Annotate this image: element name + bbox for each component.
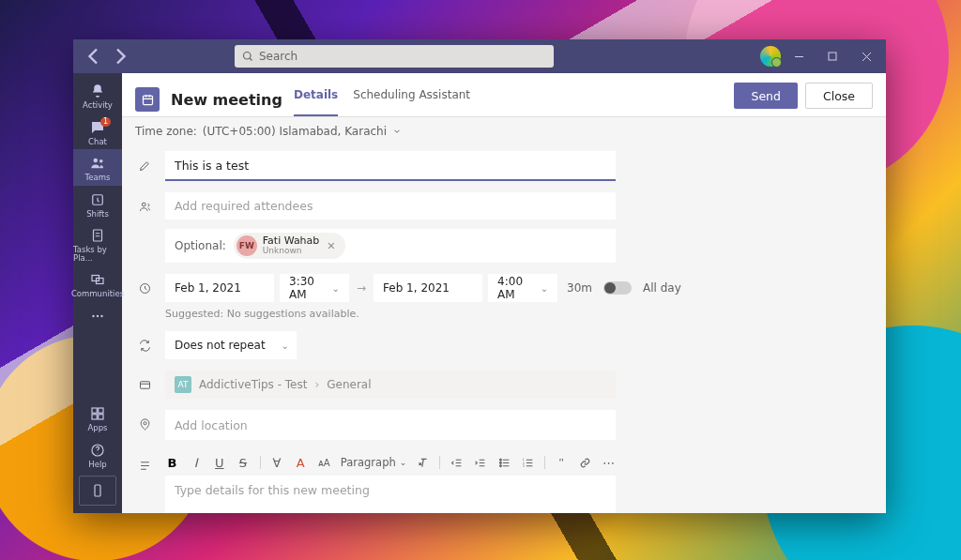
quote-button[interactable]: " <box>555 455 569 470</box>
paragraph-style-select[interactable]: Paragraph ⌄ <box>341 456 406 469</box>
timezone-row[interactable]: Time zone: (UTC+05:00) Islamabad, Karach… <box>122 117 886 145</box>
font-color-button[interactable]: A <box>294 456 308 470</box>
attendee-sub: Unknown <box>263 247 320 256</box>
timezone-value: (UTC+05:00) Islamabad, Karachi <box>203 125 387 138</box>
end-time-input[interactable]: 4:00 AM⌄ <box>488 274 557 302</box>
highlight-button[interactable]: ∀ <box>269 456 283 470</box>
apps-icon <box>89 405 106 422</box>
optional-attendees-row[interactable]: Optional: FW Fati Wahab Unknown ✕ <box>165 229 616 263</box>
nav-forward-button[interactable] <box>109 45 131 68</box>
rail-help[interactable]: Help <box>73 436 122 473</box>
svg-point-8 <box>92 314 94 316</box>
rail-activity[interactable]: Activity <box>73 77 122 114</box>
number-list-button[interactable]: 123 <box>521 457 535 469</box>
window-close-button[interactable] <box>850 41 882 71</box>
timezone-prefix: Time zone: <box>135 125 197 138</box>
svg-rect-17 <box>143 96 152 104</box>
search-input[interactable]: Search <box>235 45 554 68</box>
remove-attendee-button[interactable]: ✕ <box>325 240 337 252</box>
svg-rect-20 <box>140 382 149 389</box>
content-area: New meeting Details Scheduling Assistant… <box>122 73 886 513</box>
clock-icon <box>135 274 154 295</box>
link-button[interactable] <box>578 457 592 469</box>
svg-point-10 <box>100 314 102 316</box>
titlebar: Search <box>73 39 886 73</box>
channel-name: General <box>327 378 371 391</box>
svg-point-22 <box>499 459 501 461</box>
tab-scheduling-assistant[interactable]: Scheduling Assistant <box>353 83 470 116</box>
start-date-input[interactable]: Feb 1, 2021 <box>165 274 274 302</box>
channel-team: AddictiveTips - Test <box>199 378 307 391</box>
rail-device[interactable] <box>79 476 116 506</box>
calendar-icon <box>135 87 160 112</box>
bold-button[interactable]: B <box>165 456 179 470</box>
rail-more[interactable] <box>73 302 122 328</box>
clear-format-button[interactable] <box>416 457 430 469</box>
pencil-icon <box>135 151 154 173</box>
page-title: New meeting <box>171 91 282 109</box>
svg-rect-12 <box>99 408 103 413</box>
indent-button[interactable] <box>473 457 487 469</box>
attendee-chip[interactable]: FW Fati Wahab Unknown ✕ <box>234 233 345 259</box>
rail-communities[interactable]: Communities <box>73 265 122 302</box>
strike-button[interactable]: S <box>236 456 250 470</box>
svg-point-0 <box>244 53 252 60</box>
page-header: New meeting Details Scheduling Assistant… <box>122 73 886 117</box>
arrow-right-icon: → <box>355 281 368 295</box>
required-attendees-input[interactable]: Add required attendees <box>165 192 616 219</box>
start-time-input[interactable]: 3:30 AM⌄ <box>280 274 349 302</box>
close-button[interactable]: Close <box>805 83 873 109</box>
device-icon <box>89 482 106 499</box>
underline-button[interactable]: U <box>212 456 226 470</box>
tab-details[interactable]: Details <box>294 83 338 116</box>
repeat-icon <box>135 331 154 353</box>
svg-rect-14 <box>99 415 103 419</box>
svg-point-24 <box>499 464 501 466</box>
end-date-input[interactable]: Feb 1, 2021 <box>374 274 482 302</box>
window-maximize-button[interactable] <box>816 41 848 71</box>
rail-teams[interactable]: Teams <box>73 149 122 186</box>
app-rail: Activity 1 Chat Teams Shifts Tasks by Pl… <box>73 73 122 513</box>
send-button[interactable]: Send <box>734 83 797 109</box>
allday-label: All day <box>643 281 681 295</box>
search-icon <box>242 51 253 62</box>
nav-back-button[interactable] <box>83 45 105 68</box>
svg-rect-13 <box>92 415 97 419</box>
bullet-list-button[interactable] <box>497 457 511 469</box>
rail-apps[interactable]: Apps <box>73 400 122 436</box>
more-icon <box>89 308 106 325</box>
svg-point-18 <box>142 203 145 206</box>
outdent-button[interactable] <box>450 457 464 469</box>
search-placeholder: Search <box>259 50 297 63</box>
svg-rect-1 <box>829 53 836 60</box>
svg-text:3: 3 <box>523 463 525 467</box>
richtext-toolbar: B I U S ∀ A ᴀA Paragraph ⌄ <box>165 451 616 476</box>
italic-button[interactable]: I <box>189 456 203 470</box>
svg-point-23 <box>499 462 501 463</box>
meeting-title-input[interactable] <box>165 151 616 181</box>
chat-badge: 1 <box>100 117 111 127</box>
font-size-button[interactable]: ᴀA <box>317 458 331 468</box>
user-avatar[interactable] <box>760 46 781 67</box>
rail-tasks[interactable]: Tasks by Pla... <box>73 221 122 265</box>
channel-icon <box>135 371 154 392</box>
rail-shifts[interactable]: Shifts <box>73 186 122 222</box>
chevron-down-icon <box>392 127 402 136</box>
attendee-avatar: FW <box>236 235 257 256</box>
channel-picker[interactable]: AT AddictiveTips - Test › General <box>165 371 616 399</box>
toolbar-more-button[interactable]: ⋯ <box>602 456 616 470</box>
rail-chat[interactable]: 1 Chat <box>73 114 122 150</box>
recurrence-select[interactable]: Does not repeat⌄ <box>165 331 297 359</box>
duration-label: 30m <box>567 281 592 295</box>
window-minimize-button[interactable] <box>783 41 815 71</box>
location-icon <box>135 410 154 431</box>
allday-toggle[interactable] <box>603 281 632 295</box>
people-icon <box>135 192 154 214</box>
details-textarea[interactable]: Type details for this new meeting <box>165 476 616 513</box>
teams-window: Search Activity 1 Chat Teams <box>73 39 886 513</box>
location-input[interactable] <box>165 410 616 440</box>
svg-point-9 <box>97 314 99 316</box>
teams-icon <box>89 155 106 172</box>
description-icon <box>135 451 154 473</box>
shifts-icon <box>89 191 106 208</box>
